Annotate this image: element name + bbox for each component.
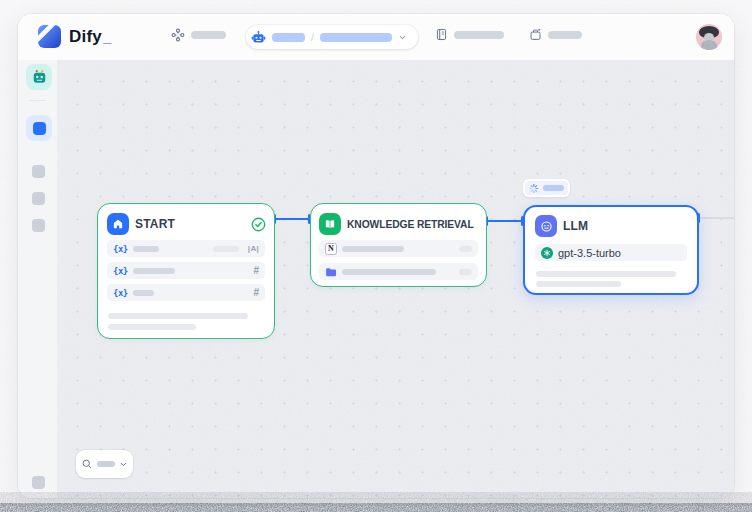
- sidebar-app-icon[interactable]: [26, 64, 52, 90]
- node-description-skeleton: [536, 281, 621, 287]
- source-name-skeleton: [342, 269, 436, 275]
- sidebar-item-workflow-active[interactable]: [26, 115, 52, 141]
- variable-name-skeleton: [133, 246, 159, 252]
- notebook-icon: [435, 28, 448, 41]
- spinner-icon: [529, 183, 539, 194]
- node-llm-header: LLM: [535, 214, 689, 238]
- knowledge-source-row: [319, 263, 478, 280]
- dify-logo-icon: [38, 25, 61, 48]
- nav-item-workflow[interactable]: [171, 28, 226, 42]
- user-avatar[interactable]: [696, 24, 722, 50]
- sidebar-item-settings[interactable]: [32, 476, 45, 489]
- chevron-down-icon[interactable]: [119, 460, 128, 469]
- workflow-nodes-icon: [171, 28, 185, 42]
- dify-logo[interactable]: Dify_: [38, 25, 111, 48]
- brand-text: Dify_: [69, 27, 111, 47]
- app-switcher[interactable]: /: [246, 25, 418, 49]
- app-window: Dify_ /: [18, 14, 734, 498]
- edge-llm-to-offscreen: [699, 217, 734, 219]
- llm-running-badge: [523, 179, 570, 197]
- edge-knowledge-to-llm: [487, 220, 523, 222]
- sidebar-divider: [30, 100, 46, 101]
- node-knowledge-header: KNOWLEDGE RETRIEVAL: [319, 212, 479, 236]
- variable-value-skeleton: [213, 246, 239, 252]
- node-description-skeleton: [108, 324, 196, 330]
- variable-row: {x} #: [107, 262, 265, 279]
- nav-label-skeleton: [548, 31, 582, 39]
- avatar-body: [701, 40, 717, 50]
- nav-item-plugins[interactable]: [529, 28, 582, 41]
- brand-name: Dify: [69, 27, 102, 46]
- source-meta-skeleton: [459, 246, 472, 252]
- nav-label-skeleton: [454, 31, 504, 39]
- folder-icon: [325, 266, 337, 278]
- sidebar-item-4[interactable]: [32, 219, 45, 232]
- node-title: START: [135, 217, 245, 231]
- breadcrumb-separator: /: [311, 31, 314, 43]
- node-start-header: START: [107, 212, 266, 236]
- node-description-skeleton: [536, 271, 676, 277]
- edge-start-to-knowledge: [275, 218, 310, 220]
- node-description-skeleton: [108, 313, 248, 319]
- variable-icon: {x}: [113, 288, 128, 298]
- workspace-name-skeleton: [272, 33, 305, 42]
- variable-type-number: #: [253, 287, 259, 298]
- variable-name-skeleton: [133, 268, 175, 274]
- node-title: LLM: [563, 219, 689, 233]
- model-name: gpt-3.5-turbo: [558, 247, 621, 259]
- source-meta-skeleton: [459, 269, 472, 275]
- zoom-control[interactable]: [76, 450, 133, 478]
- app-name-skeleton: [320, 33, 392, 42]
- brand-caret: _: [103, 28, 111, 45]
- variable-type-number: #: [253, 265, 259, 276]
- zoom-value-skeleton: [97, 461, 115, 467]
- llm-brain-icon: [535, 215, 557, 237]
- plugin-box-icon: [529, 28, 542, 41]
- book-icon: [319, 213, 341, 235]
- chevron-down-icon[interactable]: [398, 33, 407, 42]
- sidebar-item-3[interactable]: [32, 192, 45, 205]
- sidebar: [18, 60, 58, 498]
- nav-label-skeleton: [191, 31, 226, 39]
- variable-row: {x} #: [107, 284, 265, 301]
- notion-icon: N: [325, 243, 337, 255]
- variable-icon: {x}: [113, 244, 128, 254]
- node-knowledge-retrieval[interactable]: KNOWLEDGE RETRIEVAL N: [310, 203, 487, 287]
- variable-type-string: |A|: [248, 244, 259, 253]
- check-circle-icon: [251, 217, 266, 232]
- variable-icon: {x}: [113, 266, 128, 276]
- robot-app-icon: [251, 30, 266, 45]
- sidebar-item-2[interactable]: [32, 165, 45, 178]
- nav-item-docs[interactable]: [435, 28, 504, 41]
- source-name-skeleton: [342, 246, 404, 252]
- model-row: gpt-3.5-turbo: [535, 244, 687, 261]
- active-tool-icon: [33, 122, 46, 135]
- knowledge-source-row: N: [319, 240, 478, 257]
- variable-row: {x} |A|: [107, 240, 265, 257]
- home-icon: [107, 213, 129, 235]
- node-title: KNOWLEDGE RETRIEVAL: [347, 219, 474, 230]
- openai-icon: [541, 247, 553, 259]
- variable-name-skeleton: [133, 290, 154, 296]
- node-start[interactable]: START {x} |A| {x} # {x} #: [97, 203, 275, 339]
- top-bar: Dify_ /: [18, 14, 734, 60]
- magnifier-icon: [81, 458, 93, 470]
- node-llm[interactable]: LLM gpt-3.5-turbo: [523, 205, 699, 295]
- badge-label-skeleton: [543, 185, 564, 191]
- teal-robot-icon: [31, 69, 48, 86]
